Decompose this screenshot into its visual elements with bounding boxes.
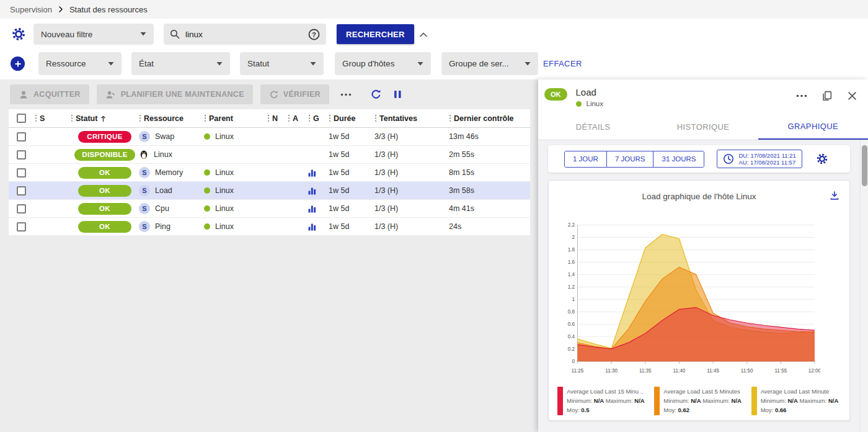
resource-name[interactable]: Ping: [155, 222, 170, 231]
sort-asc-icon[interactable]: [100, 115, 107, 122]
row-checkbox[interactable]: [17, 186, 26, 196]
resource-name[interactable]: Load: [155, 186, 172, 195]
select-all-checkbox[interactable]: [17, 114, 26, 123]
legend-item-15min[interactable]: Average Load Last 15 Minu .. Minimum: N/…: [557, 387, 649, 415]
more-actions-icon[interactable]: [340, 93, 352, 96]
parent-name[interactable]: Linux: [215, 204, 234, 213]
column-header-status[interactable]: Statut: [71, 114, 139, 123]
table-row-linux[interactable]: DISPONIBLE Linux 1w 5d 1/3 (H) 2m 55s: [9, 146, 530, 164]
parent-name[interactable]: Linux: [215, 186, 234, 195]
status-badge[interactable]: OK: [78, 203, 131, 215]
table-row-ping[interactable]: OK SPing Linux 1w 5d 1/3 (H) 24s: [9, 218, 530, 236]
status-badge[interactable]: CRITIQUE: [78, 131, 131, 143]
column-header-parent[interactable]: Parent: [204, 114, 267, 123]
table-row-swap[interactable]: CRITIQUE SSwap Linux 1w 5d 3/3 (H) 13m 4…: [9, 128, 530, 146]
column-header-resource[interactable]: Ressource: [139, 114, 204, 123]
panel-scrollbar[interactable]: [860, 140, 868, 432]
column-header-duration[interactable]: Durée: [329, 114, 374, 123]
parent-name[interactable]: Linux: [215, 222, 234, 231]
panel-more-icon[interactable]: [796, 94, 807, 97]
collapse-filters-icon[interactable]: [419, 31, 428, 38]
column-header-severity[interactable]: S: [35, 114, 71, 123]
legend-avg-value: 0.62: [678, 407, 690, 413]
search-input[interactable]: [185, 30, 303, 39]
pause-icon[interactable]: [394, 90, 402, 99]
acknowledge-button[interactable]: ACQUITTER: [10, 84, 89, 104]
chart-title: Load graphique de l'hôte Linux: [549, 181, 849, 201]
panel-parent-name[interactable]: Linux: [587, 100, 604, 107]
host-status-dot: [204, 205, 210, 212]
custom-time-range[interactable]: DU: 17/08/2021 11:21 AU: 17/08/2021 11:5…: [717, 150, 802, 168]
column-header-last-check[interactable]: Dernier contrôle: [449, 114, 530, 123]
legend-max-label: Maximum:: [606, 397, 633, 404]
status-badge[interactable]: OK: [78, 221, 131, 233]
filter-state-select[interactable]: État: [131, 52, 230, 75]
drag-handle-icon: [139, 114, 141, 122]
column-label: S: [40, 114, 45, 123]
status-badge[interactable]: OK: [78, 185, 131, 197]
saved-filter-select[interactable]: Nouveau filtre: [33, 24, 154, 45]
graph-icon[interactable]: [308, 223, 316, 231]
tab-graph[interactable]: GRAPHIQUE: [758, 114, 868, 140]
table-row-memory[interactable]: OK SMemory Linux 1w 5d 1/3 (H) 8m 15s: [9, 164, 530, 182]
clear-filters-button[interactable]: EFFACER: [543, 59, 582, 68]
period-7-days[interactable]: 7 JOURS: [607, 151, 654, 167]
graph-icon[interactable]: [308, 205, 316, 213]
resource-name[interactable]: Linux: [154, 150, 172, 159]
column-header-action[interactable]: A: [288, 114, 308, 123]
filter-status-select[interactable]: Statut: [240, 52, 324, 75]
add-criteria-button[interactable]: [11, 56, 25, 71]
column-header-notes[interactable]: N: [267, 114, 288, 123]
resource-name[interactable]: Memory: [155, 168, 183, 177]
filter-resource-select[interactable]: Ressource: [38, 52, 122, 75]
legend-item-1min[interactable]: Average Load Last Minute Minimum: N/A Ma…: [751, 387, 843, 415]
breadcrumb-current-page[interactable]: Statut des ressources: [69, 5, 148, 14]
status-badge[interactable]: OK: [78, 167, 131, 179]
period-1-day[interactable]: 1 JOUR: [565, 151, 607, 167]
column-header-graph[interactable]: G: [308, 114, 329, 123]
resource-name[interactable]: Swap: [155, 132, 174, 141]
tab-details[interactable]: DÉTAILS: [538, 114, 648, 140]
tab-history[interactable]: HISTORIQUE: [648, 114, 758, 140]
row-checkbox[interactable]: [17, 168, 26, 178]
scrollbar-thumb[interactable]: [862, 145, 867, 186]
parent-name[interactable]: Linux: [215, 168, 234, 177]
breadcrumb-supervision[interactable]: Supervision: [10, 5, 52, 14]
refresh-icon[interactable]: [370, 89, 381, 100]
row-checkbox[interactable]: [17, 132, 26, 142]
svg-text:11:25: 11:25: [572, 367, 584, 374]
parent-name[interactable]: Linux: [215, 132, 234, 141]
filter-hostgroup-select[interactable]: Group d'hôtes: [335, 52, 431, 75]
copy-link-icon[interactable]: [822, 91, 833, 101]
period-31-days[interactable]: 31 JOURS: [653, 151, 704, 167]
graph-icon[interactable]: [308, 169, 316, 177]
search-button[interactable]: RECHERCHER: [337, 24, 414, 44]
table-row-cpu[interactable]: OK SCpu Linux 1w 5d 1/3 (H) 4m 41s: [9, 200, 530, 218]
table-row-load[interactable]: OK SLoad Linux 1w 5d 1/3 (H) 3m 58s: [9, 182, 530, 200]
filter-servicegroup-select[interactable]: Groupe de ser...: [441, 52, 538, 75]
legend-color-bar: [557, 387, 563, 415]
export-graph-icon[interactable]: [830, 191, 839, 200]
set-maintenance-button[interactable]: PLANIFIER UNE MAINTENANCE: [97, 84, 253, 104]
row-checkbox[interactable]: [17, 204, 26, 214]
status-badge[interactable]: DISPONIBLE: [74, 149, 135, 161]
last-check-cell: 3m 58s: [449, 186, 530, 195]
table-header-row: S Statut Ressource Parent N A G Durée Te…: [9, 109, 530, 128]
row-checkbox[interactable]: [17, 222, 26, 232]
panel-title: Load: [576, 87, 604, 97]
filter-select-label: Groupe de ser...: [449, 59, 509, 68]
row-checkbox[interactable]: [17, 150, 26, 160]
help-icon[interactable]: [308, 29, 320, 40]
graph-settings-icon[interactable]: [816, 153, 828, 165]
check-button[interactable]: VÉRIFIER: [260, 84, 329, 104]
column-header-tries[interactable]: Tentatives: [374, 114, 449, 123]
filters-settings-icon[interactable]: [11, 27, 26, 42]
close-panel-icon[interactable]: [848, 91, 857, 101]
legend-series-name: Average Load Last Minute: [761, 387, 839, 396]
legend-item-5min[interactable]: Average Load Last 5 Minutes Minimum: N/A…: [654, 387, 746, 415]
legend-min-label: Minimum:: [567, 397, 592, 404]
svg-text:11:45: 11:45: [707, 367, 719, 374]
chevron-down-icon: [417, 62, 423, 66]
resource-name[interactable]: Cpu: [155, 204, 169, 213]
graph-icon[interactable]: [308, 187, 316, 195]
